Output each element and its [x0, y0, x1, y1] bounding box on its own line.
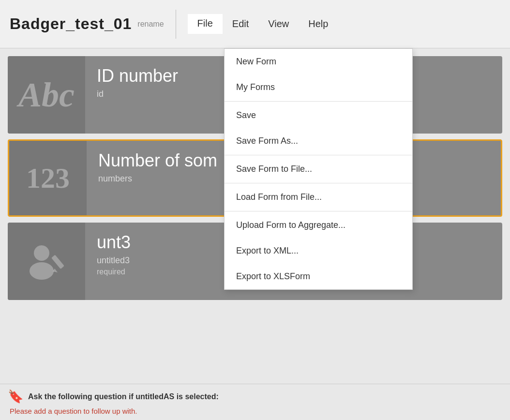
menu-edit[interactable]: Edit — [223, 15, 258, 33]
dropdown-separator-1 — [225, 101, 412, 102]
header: Badger_test_01 rename File Edit View Hel… — [0, 0, 510, 48]
menu-view[interactable]: View — [258, 15, 299, 33]
app-title: Badger_test_01 — [10, 15, 132, 33]
dropdown-separator-2 — [225, 155, 412, 155]
svg-point-0 — [34, 245, 49, 261]
dropdown-new-form[interactable]: New Form — [225, 49, 412, 75]
bottom-bar: 🔖 Ask the following question if untitled… — [0, 384, 510, 420]
dropdown-upload-aggregate[interactable]: Upload Form to Aggregate... — [225, 212, 412, 238]
bottom-bar-error: Please add a question to follow up with. — [8, 407, 502, 415]
dropdown-save-as[interactable]: Save Form As... — [225, 128, 412, 154]
menu-bar: File Edit View Help — [188, 14, 338, 34]
svg-point-1 — [30, 262, 54, 280]
dropdown-my-forms[interactable]: My Forms — [225, 75, 412, 100]
condition-text: Ask the following question if untitledAS… — [28, 392, 219, 401]
dropdown-save[interactable]: Save — [225, 103, 412, 128]
dropdown-load-from-file[interactable]: Load Form from File... — [225, 184, 412, 210]
form-card-icon-text: Abc — [8, 56, 85, 134]
bottom-bar-condition-row: 🔖 Ask the following question if untitled… — [8, 389, 502, 404]
rename-button[interactable]: rename — [137, 20, 164, 29]
dropdown-export-xml[interactable]: Export to XML... — [225, 238, 412, 264]
dropdown-separator-4 — [225, 211, 412, 211]
dropdown-separator-3 — [225, 183, 412, 183]
header-divider — [176, 10, 176, 39]
dropdown-save-to-file[interactable]: Save Form to File... — [225, 156, 412, 182]
form-card-icon-person — [8, 223, 85, 300]
file-dropdown-menu: New Form My Forms Save Save Form As... S… — [224, 48, 413, 290]
svg-rect-2 — [51, 255, 64, 269]
menu-file[interactable]: File — [188, 14, 223, 34]
form-card-icon-numbers: 123 — [9, 141, 87, 215]
dropdown-export-xls[interactable]: Export to XLSForm — [225, 264, 412, 289]
menu-help[interactable]: Help — [299, 15, 338, 33]
bookmark-icon: 🔖 — [8, 389, 23, 404]
